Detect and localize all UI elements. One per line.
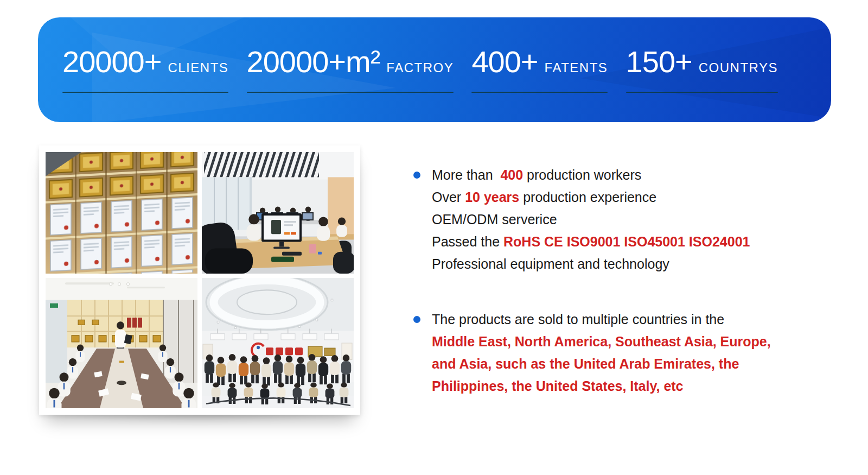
text-segment: Passed the — [432, 234, 503, 249]
office-illustration — [202, 152, 354, 274]
photo-office-workspace — [202, 152, 354, 274]
bullet-line: Middle East, North America, Southeast As… — [432, 331, 815, 353]
bullet-line: OEM/ODM serverice — [432, 208, 815, 231]
stat-factory-label: FACTROY — [386, 60, 454, 75]
stat-clients: 20000+ CLIENTS — [62, 47, 228, 93]
text-segment: OEM/ODM serverice — [432, 212, 557, 227]
stat-countries-value: 150+ — [626, 47, 692, 77]
stat-countries-label: COUNTRYS — [699, 60, 778, 75]
meeting-room-illustration — [46, 278, 197, 408]
stat-patents-value: 400+ — [471, 47, 538, 77]
photo-certificate-wall — [46, 152, 197, 274]
company-photo-collage — [39, 145, 360, 415]
stat-clients-label: CLIENTS — [168, 60, 228, 75]
bullet-line: Philippines, the United States, Italy, e… — [432, 375, 815, 397]
bullet-dot — [413, 172, 420, 179]
stat-patents-label: FATENTS — [545, 60, 608, 75]
bullet-line: and Asia, such as the United Arab Emirat… — [432, 353, 815, 375]
bullet-line: Passed the RoHS CE ISO9001 ISO45001 ISO2… — [432, 231, 815, 253]
photo-group — [202, 278, 354, 408]
highlight-regions: Middle East, North America, Southeast As… — [432, 334, 771, 349]
stat-underline — [247, 92, 454, 93]
stat-underline — [471, 92, 608, 93]
stat-factory: 20000+m² FACTROY — [247, 47, 454, 93]
bullet-line: Professional equipment and technology — [432, 253, 815, 275]
about-bullet-markets: The products are sold to multiple countr… — [413, 308, 815, 397]
highlight-years: 10 years — [465, 189, 519, 205]
photo-meeting-room — [46, 278, 197, 408]
stat-underline — [626, 92, 778, 93]
stat-countries: 150+ COUNTRYS — [626, 47, 778, 93]
highlight-regions: Philippines, the United States, Italy, e… — [432, 378, 684, 394]
stats-banner: 20000+ CLIENTS 20000+m² FACTROY 400+ FAT… — [38, 17, 831, 122]
text-segment: The products are sold to multiple countr… — [432, 312, 724, 327]
group-photo-illustration — [202, 278, 354, 408]
bullet-dot — [413, 316, 420, 323]
text-segment: production experience — [519, 189, 656, 205]
bullet-line: Over 10 years production experience — [432, 186, 815, 208]
highlight-workers-count: 400 — [500, 167, 523, 182]
text-segment: production workers — [523, 167, 641, 182]
bullet-line: The products are sold to multiple countr… — [432, 308, 815, 331]
certificate-wall-illustration — [46, 152, 197, 274]
text-segment: Professional equipment and technology — [432, 256, 669, 271]
stat-underline — [62, 92, 228, 93]
bullet-line: More than 400 production workers — [432, 164, 815, 186]
highlight-regions: and Asia, such as the United Arab Emirat… — [432, 356, 739, 371]
text-segment: Over — [432, 189, 465, 205]
highlight-certifications: RoHS CE ISO9001 ISO45001 ISO24001 — [503, 234, 750, 249]
text-segment: More than — [432, 167, 500, 182]
about-text-block: More than 400 production workers Over 10… — [413, 164, 815, 397]
stat-clients-value: 20000+ — [62, 47, 161, 77]
stat-patents: 400+ FATENTS — [471, 47, 608, 93]
stat-factory-value: 20000+m² — [247, 47, 380, 77]
about-bullet-production: More than 400 production workers Over 10… — [413, 164, 815, 275]
